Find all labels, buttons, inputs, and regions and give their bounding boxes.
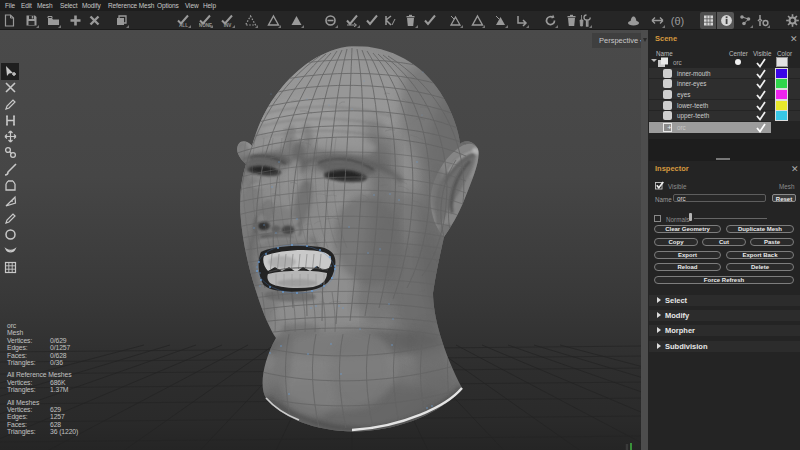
svg-text:INV: INV	[224, 23, 233, 27]
svg-text:ALL: ALL	[179, 23, 188, 27]
svg-text:(θ): (θ)	[671, 15, 684, 27]
